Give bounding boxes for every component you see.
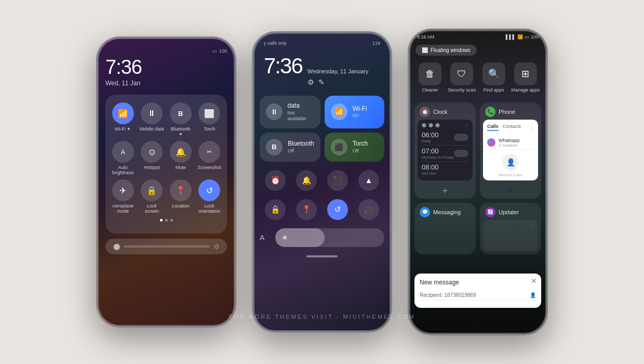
ctrl-mobiledata-label: Mobile data [140,126,164,132]
cc-torch-name: Torch [353,140,368,148]
cleaner-icon[interactable]: 🗑 [419,62,441,85]
cc-btn-rotate[interactable]: ↺ [327,199,348,220]
ctrl-lockscreen[interactable]: 🔒 Lock screen [140,179,165,214]
security-icon[interactable]: 🛡 [450,62,473,85]
msg-close-btn[interactable]: ✕ [531,277,537,285]
cc-btn-lock[interactable]: 🔒 [265,199,286,220]
cc-tile-data[interactable]: ⏸ data Not available [260,96,320,128]
p1-search-bar[interactable]: ⬤ ⊙ [105,239,227,254]
brightness-sun-icon: ☀ [281,233,288,242]
quick-app-cleaner[interactable]: 🗑 Cleaner [415,62,445,93]
floating-windows-btn[interactable]: ⬜ Floating windows [415,45,477,56]
ctrl-wifi[interactable]: 📶 Wi-Fi ✦ [111,102,136,137]
msg-recipient-field[interactable]: Recipient: 18736019869 👤 [420,290,536,301]
p3-quick-apps: 🗑 Cleaner 🛡 Security scan 🔍 Find apps ⊞ … [409,58,546,97]
tab-calls[interactable]: Calls [487,123,499,131]
p2-time: 7:36 [264,54,302,79]
manageapps-label: Manage apps [512,87,540,93]
app-card-phone[interactable]: 📞 Phone Calls Contacts ⋮ [480,102,541,199]
airplane-icon[interactable]: ✈ [112,179,134,201]
p3-status-bar: 8:16 AM ▌▌▌ 📶 ▭ 100 [409,30,546,42]
tab-contacts[interactable]: Contacts [503,123,521,131]
p2-settings-icon[interactable]: ⚙ [307,77,314,88]
app-card-messaging[interactable]: 💬 Messaging [414,203,476,254]
updater-card-icon: 🔄 [485,207,495,217]
cc-btn-location[interactable]: 📍 [296,199,317,220]
cc-wifi-name: Wi-Fi [353,105,367,113]
ctrl-hotspot[interactable]: ⊙ Hotspot [140,141,165,175]
autobrightness-icon[interactable]: A [112,141,134,163]
ctrl-mute[interactable]: 🔔 Mute [168,141,193,175]
ctrl-bluetooth[interactable]: B Bluetooth ✦ [168,102,193,137]
p2-top-bar: y calls only 119 [253,33,391,51]
app-card-clock[interactable]: ⏰ Clock ⬤ ⬤ ⬤ ⋮ [414,102,476,199]
ctrl-airplane[interactable]: ✈ Aeroplane mode [111,179,136,214]
cc-btn-alarm[interactable]: ⏰ [265,170,286,191]
cc-btn-bell[interactable]: 🔔 [296,170,317,191]
cleaner-label: Cleaner [422,87,438,93]
cc-bluetooth-icon: B [266,139,283,155]
clock-card-body: ⬤ ⬤ ⬤ ⋮ 06:00 Daily [418,120,473,180]
hotspot-icon[interactable]: ⊙ [141,141,163,163]
app-card-updater[interactable]: 🔄 Updater ⋮ [480,203,541,254]
cc-tile-bluetooth[interactable]: B Bluetooth Off [260,133,320,162]
manageapps-icon[interactable]: ⊞ [514,62,537,85]
msg-compose-overlay: ✕ New message Recipient: 18736019869 👤 [414,274,541,308]
cc-torch-icon: ⬛ [331,139,347,155]
p3-time: 8:16 AM [417,34,434,40]
p2-edit-icon[interactable]: ✎ [318,77,325,88]
floating-windows-label: Floating windows [431,47,471,53]
ctrl-lockorientation-label: Lock orientation [197,203,222,214]
cc-tile-wifi[interactable]: 📶 Wi-Fi On [325,96,384,128]
p2-buttons-row2: 🔒 📍 ↺ 🎥 [253,197,391,224]
mute-icon[interactable]: 🔔 [170,141,192,163]
ctrl-lockorientation[interactable]: ↺ Lock orientation [197,179,222,214]
torch-icon[interactable]: ⬜ [198,102,220,124]
msg-recipient-icon: 👤 [530,292,536,298]
quick-app-findapps[interactable]: 🔍 Find apps [479,62,508,93]
alarm-toggle-2[interactable] [454,150,468,157]
findapps-icon[interactable]: 🔍 [482,62,505,85]
security-label: Security scan [448,87,476,93]
wifi-icon[interactable]: 📶 [112,102,134,124]
ctrl-autobrightness[interactable]: A Auto brightness [111,141,136,175]
dot-1 [160,219,163,222]
ctrl-mobiledata[interactable]: ⏸ Mobile data [140,102,165,137]
clock-card-icon: ⏰ [420,107,430,117]
cc-wifi-icon: 📶 [331,103,347,120]
lockscreen-icon[interactable]: 🔒 [141,179,163,201]
p3-status-right: ▌▌▌ 📶 ▭ 100 [506,34,539,40]
bluetooth-icon[interactable]: B [170,102,192,124]
cc-tile-torch[interactable]: ⬛ Torch Off [325,133,384,162]
p2-battery: 119 [372,41,380,46]
quick-app-manageapps[interactable]: ⊞ Manage apps [511,62,540,93]
p1-controls-grid: 📶 Wi-Fi ✦ ⏸ Mobile data B Bluetooth ✦ ⬜ … [111,102,222,214]
ctrl-screenshot[interactable]: ✂ Screenshot [197,141,222,175]
p1-control-panel: 📶 Wi-Fi ✦ ⏸ Mobile data B Bluetooth ✦ ⬜ … [105,95,227,233]
quick-app-security[interactable]: 🛡 Security scan [447,62,476,93]
cc-btn-screen[interactable]: ⬛ [327,170,348,191]
ctrl-torch[interactable]: ⬜ Torch [197,102,222,137]
clock-add-btn[interactable]: + [414,184,476,199]
ctrl-airplane-label: Aeroplane mode [111,203,136,214]
ctrl-bluetooth-label: Bluetooth ✦ [168,126,193,137]
brightness-slider[interactable]: ☀ [275,228,384,247]
p1-date: Wed, 11 Jan [105,80,227,87]
mobiledata-icon[interactable]: ⏸ [141,102,163,124]
phone-add-btn[interactable]: + [480,184,541,199]
location-icon[interactable]: 📍 [170,179,192,201]
p2-buttons-row1: ⏰ 🔔 ⬛ ▲ [253,166,391,195]
cc-btn-cast[interactable]: ▲ [358,170,379,191]
lockorientation-icon[interactable]: ↺ [198,179,220,201]
p2-brightness-row: A ☀ [253,224,391,251]
dot-2 [165,219,168,222]
screenshot-icon[interactable]: ✂ [198,141,220,163]
watermark: FOR MORE THEMES VISIT - MIUITHEMEZ.COM [229,314,415,320]
alarm-toggle-1[interactable] [454,134,468,141]
cc-btn-camera[interactable]: 🎥 [358,199,379,220]
updater-card-name: Updater [499,209,519,215]
clock-card-name: Clock [433,109,448,115]
contacts-tabs: Calls Contacts [487,123,521,131]
cc-data-sub: Not available [288,110,314,122]
ctrl-location[interactable]: 📍 Location [168,179,193,214]
